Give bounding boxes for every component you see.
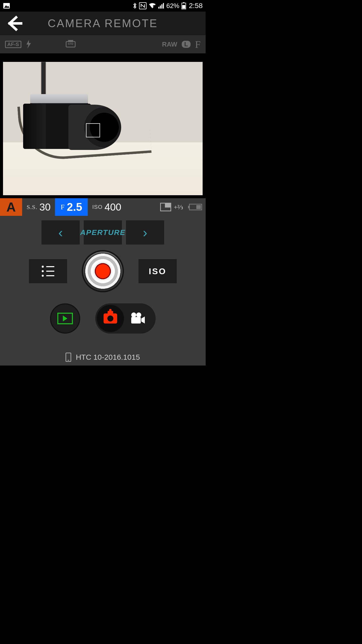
svg-marker-18 — [141, 316, 145, 324]
svg-marker-12 — [26, 40, 31, 49]
camera-battery-icon — [189, 204, 202, 210]
liveview-image — [3, 62, 203, 195]
cell-signal-icon — [158, 3, 164, 9]
svg-rect-7 — [161, 4, 162, 9]
video-mode-button[interactable] — [124, 305, 151, 332]
liveview[interactable] — [3, 62, 203, 195]
aperture-label: F — [61, 203, 65, 211]
back-arrow-icon — [7, 15, 23, 31]
bottom-controls-row — [0, 303, 206, 334]
svg-point-16 — [136, 312, 141, 317]
exposure-row: A S.S. 30 F 2.5 ISO 400 +²⁄₃ — [0, 198, 206, 216]
battery-icon — [182, 2, 186, 9]
device-name: HTC 10-2016.1015 — [76, 353, 140, 361]
svg-rect-6 — [160, 6, 161, 9]
svg-point-15 — [131, 312, 136, 317]
iso-button[interactable]: ISO — [139, 259, 177, 283]
app-titlebar: CAMERA REMOTE — [0, 12, 206, 35]
svg-rect-14 — [68, 40, 73, 42]
image-size-indicator: L — [182, 41, 191, 48]
iso-button-label: ISO — [149, 266, 167, 276]
photo-mode-button[interactable] — [97, 305, 124, 332]
exposure-comp-readout[interactable]: +²⁄₃ — [160, 198, 206, 216]
aperture-value: 2.5 — [67, 201, 82, 213]
back-button[interactable] — [5, 13, 25, 33]
android-statusbar: 62% 2:58 — [0, 0, 206, 12]
video-camera-icon — [130, 312, 145, 325]
phone-icon — [66, 353, 71, 362]
list-icon — [42, 266, 54, 277]
film-sim-indicator: STD — [66, 40, 76, 49]
battery-percent: 62% — [166, 2, 179, 10]
exposure-mode-indicator[interactable]: A — [0, 198, 22, 216]
svg-rect-5 — [158, 7, 159, 9]
chevron-left-icon: ‹ — [58, 225, 63, 240]
shutter-row: ISO — [0, 252, 206, 291]
iso-label: ISO — [92, 204, 103, 210]
shutter-speed-readout[interactable]: S.S. 30 — [22, 198, 55, 216]
iso-value: 400 — [105, 202, 121, 213]
setting-next-button[interactable]: › — [126, 220, 164, 245]
focus-point-box[interactable] — [86, 123, 100, 137]
camera-icon — [104, 313, 117, 324]
setting-prev-button[interactable]: ‹ — [41, 220, 80, 245]
wifi-icon — [149, 3, 156, 9]
app-title: CAMERA REMOTE — [0, 17, 206, 30]
nfc-icon — [139, 2, 147, 9]
raw-indicator: RAW — [162, 41, 177, 48]
image-quality-indicator: F — [195, 38, 201, 50]
device-info-row: HTC 10-2016.1015 — [0, 349, 206, 366]
flash-icon — [26, 40, 31, 49]
bluetooth-icon — [132, 2, 137, 9]
exposure-comp-icon — [160, 203, 171, 211]
svg-rect-11 — [182, 5, 185, 9]
shutter-value: 30 — [39, 202, 51, 213]
shutter-label: S.S. — [27, 204, 37, 211]
playback-button[interactable] — [50, 303, 80, 334]
camera-settings-strip: AF-S STD RAW L F — [0, 35, 206, 53]
svg-rect-17 — [131, 317, 141, 324]
svg-rect-8 — [163, 3, 164, 9]
iso-readout[interactable]: ISO 400 — [88, 198, 126, 216]
af-mode-indicator: AF-S — [5, 41, 21, 48]
mode-toggle — [95, 303, 156, 334]
setting-selector-row: ‹ APERTURE › — [0, 220, 206, 245]
picture-icon — [3, 3, 10, 9]
chevron-right-icon: › — [143, 225, 147, 240]
menu-list-button[interactable] — [29, 259, 67, 283]
clock: 2:58 — [189, 2, 203, 10]
aperture-readout[interactable]: F 2.5 — [55, 198, 88, 216]
control-panel: A S.S. 30 F 2.5 ISO 400 +²⁄₃ ‹ APERTURE … — [0, 198, 206, 366]
liveview-container — [0, 53, 206, 198]
setting-name-button[interactable]: APERTURE — [84, 220, 122, 245]
exposure-comp-value: +²⁄₃ — [174, 203, 183, 211]
play-icon — [57, 313, 73, 324]
shutter-button[interactable] — [83, 252, 122, 291]
